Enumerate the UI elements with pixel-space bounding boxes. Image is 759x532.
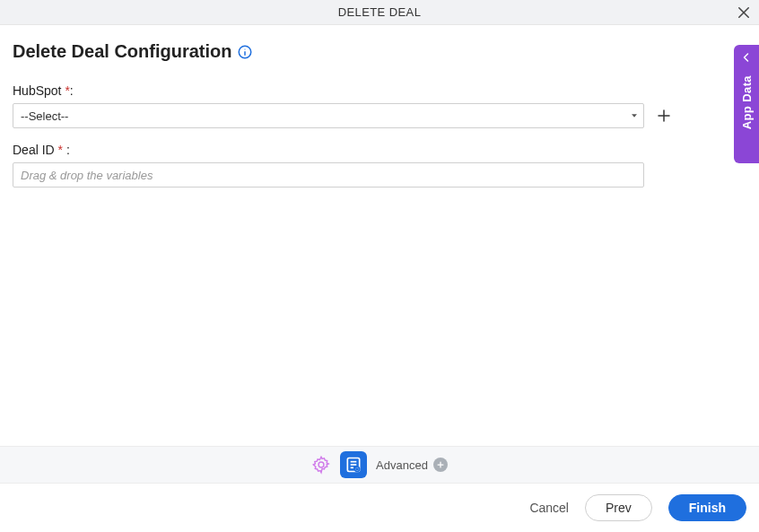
hubspot-field-row: HubSpot *: --Select-- — [13, 83, 746, 128]
titlebar-title: DELETE DEAL — [338, 5, 422, 19]
form-view-button[interactable] — [340, 451, 367, 478]
chevron-left-icon — [741, 52, 752, 63]
svg-point-3 — [245, 48, 246, 49]
titlebar: DELETE DEAL — [0, 0, 759, 25]
footer: Cancel Prev Finish — [0, 484, 759, 532]
dealid-label-colon: : — [63, 143, 70, 157]
hubspot-label-text: HubSpot — [13, 83, 61, 98]
cancel-button[interactable]: Cancel — [529, 501, 569, 515]
settings-button[interactable] — [311, 455, 331, 475]
dealid-input[interactable] — [13, 162, 644, 188]
plus-circle-icon — [433, 458, 448, 472]
app-data-panel-toggle[interactable]: App Data — [734, 45, 759, 163]
hubspot-label-colon: : — [70, 83, 74, 98]
app-data-label: App Data — [740, 75, 754, 129]
page-title-row: Delete Deal Configuration — [13, 41, 746, 62]
finish-button[interactable]: Finish — [668, 494, 746, 521]
prev-button[interactable]: Prev — [585, 494, 652, 521]
content-area: Delete Deal Configuration HubSpot *: --S… — [0, 25, 759, 446]
hubspot-select[interactable]: --Select-- — [13, 103, 644, 128]
hubspot-select-wrap: --Select-- — [13, 103, 644, 128]
advanced-toggle[interactable]: Advanced — [376, 458, 448, 472]
info-icon[interactable] — [237, 44, 253, 60]
close-icon[interactable] — [736, 4, 752, 21]
add-hubspot-button[interactable] — [653, 105, 675, 126]
bottom-toolbar: Advanced — [0, 446, 759, 484]
page-title: Delete Deal Configuration — [13, 41, 231, 62]
dealid-label-text: Deal ID — [13, 143, 58, 157]
advanced-label: Advanced — [376, 458, 428, 472]
dealid-label: Deal ID * : — [13, 143, 746, 157]
hubspot-select-row: --Select-- — [13, 103, 746, 128]
svg-point-7 — [318, 462, 324, 467]
dealid-field-row: Deal ID * : — [13, 143, 746, 188]
hubspot-label: HubSpot *: — [13, 83, 746, 98]
